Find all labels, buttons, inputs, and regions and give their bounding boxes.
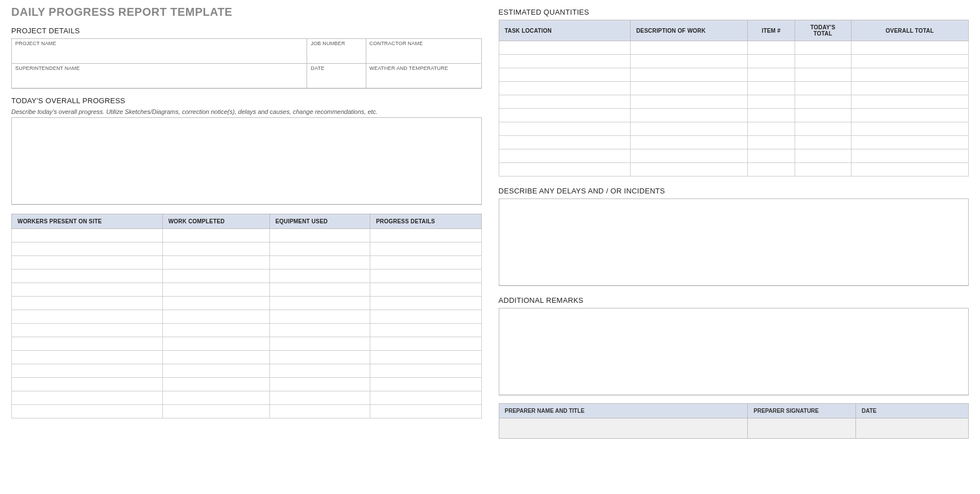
table-cell[interactable] xyxy=(499,136,630,149)
preparer-cell[interactable] xyxy=(499,418,748,439)
table-cell[interactable] xyxy=(795,122,851,136)
table-cell[interactable] xyxy=(499,122,630,136)
field-contractor-name[interactable] xyxy=(366,47,481,63)
table-cell[interactable] xyxy=(851,55,968,68)
table-cell[interactable] xyxy=(499,55,630,68)
table-cell[interactable] xyxy=(795,149,851,163)
table-cell[interactable] xyxy=(499,82,630,95)
table-cell[interactable] xyxy=(269,242,370,256)
table-cell[interactable] xyxy=(269,364,370,378)
table-cell[interactable] xyxy=(630,122,747,136)
field-overall-progress[interactable] xyxy=(11,117,482,205)
table-cell[interactable] xyxy=(748,163,795,177)
field-remarks[interactable] xyxy=(499,308,969,395)
table-cell[interactable] xyxy=(162,256,269,270)
table-cell[interactable] xyxy=(370,270,481,283)
table-cell[interactable] xyxy=(851,82,968,95)
table-cell[interactable] xyxy=(12,256,163,270)
table-cell[interactable] xyxy=(12,283,163,297)
table-cell[interactable] xyxy=(12,297,163,310)
table-cell[interactable] xyxy=(795,109,851,122)
field-date[interactable] xyxy=(307,72,365,88)
table-cell[interactable] xyxy=(499,41,630,55)
table-cell[interactable] xyxy=(370,229,481,242)
table-cell[interactable] xyxy=(851,136,968,149)
table-cell[interactable] xyxy=(162,364,269,378)
table-cell[interactable] xyxy=(795,136,851,149)
table-cell[interactable] xyxy=(162,310,269,324)
table-cell[interactable] xyxy=(499,149,630,163)
table-cell[interactable] xyxy=(748,95,795,109)
table-cell[interactable] xyxy=(630,55,747,68)
table-cell[interactable] xyxy=(499,95,630,109)
table-cell[interactable] xyxy=(162,351,269,364)
table-cell[interactable] xyxy=(269,337,370,351)
table-cell[interactable] xyxy=(12,405,163,418)
table-cell[interactable] xyxy=(748,41,795,55)
table-cell[interactable] xyxy=(12,270,163,283)
table-cell[interactable] xyxy=(370,351,481,364)
table-cell[interactable] xyxy=(12,364,163,378)
table-cell[interactable] xyxy=(12,378,163,391)
table-cell[interactable] xyxy=(370,378,481,391)
table-cell[interactable] xyxy=(370,337,481,351)
table-cell[interactable] xyxy=(370,256,481,270)
preparer-cell[interactable] xyxy=(855,418,968,439)
table-cell[interactable] xyxy=(269,378,370,391)
table-cell[interactable] xyxy=(370,405,481,418)
table-cell[interactable] xyxy=(12,391,163,405)
table-cell[interactable] xyxy=(795,163,851,177)
table-cell[interactable] xyxy=(795,95,851,109)
table-cell[interactable] xyxy=(269,310,370,324)
table-cell[interactable] xyxy=(795,41,851,55)
table-cell[interactable] xyxy=(370,364,481,378)
table-cell[interactable] xyxy=(499,68,630,82)
table-cell[interactable] xyxy=(269,229,370,242)
field-superintendent-name[interactable] xyxy=(12,72,307,88)
table-cell[interactable] xyxy=(269,270,370,283)
table-cell[interactable] xyxy=(162,378,269,391)
preparer-cell[interactable] xyxy=(748,418,856,439)
table-cell[interactable] xyxy=(370,242,481,256)
table-cell[interactable] xyxy=(162,405,269,418)
field-delays[interactable] xyxy=(499,199,969,286)
table-cell[interactable] xyxy=(269,351,370,364)
table-cell[interactable] xyxy=(12,324,163,337)
table-cell[interactable] xyxy=(851,68,968,82)
table-cell[interactable] xyxy=(370,297,481,310)
table-cell[interactable] xyxy=(795,82,851,95)
table-cell[interactable] xyxy=(748,82,795,95)
table-cell[interactable] xyxy=(748,55,795,68)
table-cell[interactable] xyxy=(269,256,370,270)
table-cell[interactable] xyxy=(370,391,481,405)
field-job-number[interactable] xyxy=(307,47,365,63)
table-cell[interactable] xyxy=(630,163,747,177)
table-cell[interactable] xyxy=(269,405,370,418)
table-cell[interactable] xyxy=(748,109,795,122)
table-cell[interactable] xyxy=(499,163,630,177)
table-cell[interactable] xyxy=(630,95,747,109)
table-cell[interactable] xyxy=(795,55,851,68)
table-cell[interactable] xyxy=(269,283,370,297)
table-cell[interactable] xyxy=(12,337,163,351)
table-cell[interactable] xyxy=(269,324,370,337)
table-cell[interactable] xyxy=(851,163,968,177)
field-project-name[interactable] xyxy=(12,47,307,63)
table-cell[interactable] xyxy=(12,242,163,256)
table-cell[interactable] xyxy=(630,149,747,163)
table-cell[interactable] xyxy=(162,337,269,351)
table-cell[interactable] xyxy=(12,229,163,242)
table-cell[interactable] xyxy=(748,149,795,163)
table-cell[interactable] xyxy=(748,68,795,82)
table-cell[interactable] xyxy=(370,310,481,324)
table-cell[interactable] xyxy=(630,136,747,149)
table-cell[interactable] xyxy=(851,109,968,122)
table-cell[interactable] xyxy=(795,68,851,82)
table-cell[interactable] xyxy=(12,351,163,364)
table-cell[interactable] xyxy=(851,149,968,163)
table-cell[interactable] xyxy=(748,136,795,149)
table-cell[interactable] xyxy=(162,229,269,242)
table-cell[interactable] xyxy=(630,109,747,122)
table-cell[interactable] xyxy=(370,324,481,337)
table-cell[interactable] xyxy=(162,297,269,310)
